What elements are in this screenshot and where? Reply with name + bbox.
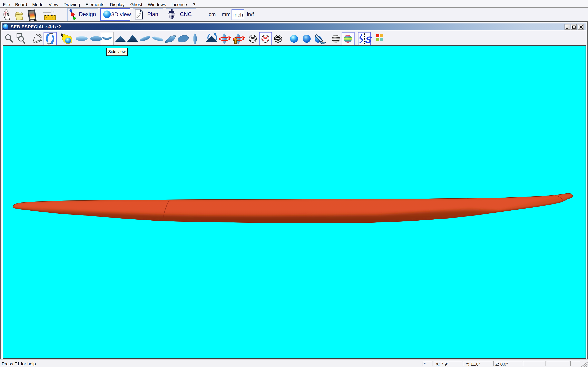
svg-text:0: 0 [52,17,53,20]
svg-text:1: 1 [46,17,48,20]
